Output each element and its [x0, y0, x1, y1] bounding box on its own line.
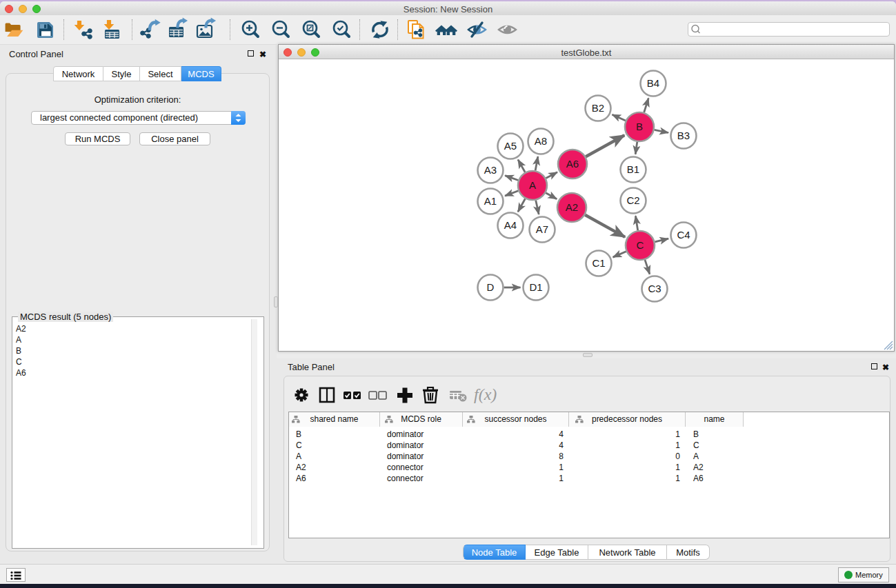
svg-text:D1: D1 — [529, 281, 542, 293]
svg-text:B: B — [636, 121, 643, 132]
svg-text:A: A — [529, 179, 536, 191]
svg-text:C2: C2 — [626, 194, 639, 206]
svg-text:B2: B2 — [592, 102, 604, 114]
svg-text:C4: C4 — [677, 229, 690, 241]
svg-text:C1: C1 — [592, 257, 605, 269]
svg-text:A1: A1 — [484, 195, 497, 207]
svg-text:B4: B4 — [647, 77, 659, 89]
svg-text:A6: A6 — [566, 158, 579, 170]
svg-text:A5: A5 — [504, 140, 517, 152]
svg-text:A3: A3 — [484, 164, 497, 176]
svg-text:A7: A7 — [536, 223, 548, 235]
svg-text:C: C — [637, 239, 644, 251]
svg-text:C3: C3 — [648, 283, 661, 294]
svg-text:B1: B1 — [627, 163, 639, 175]
svg-text:A8: A8 — [535, 135, 547, 147]
svg-text:B3: B3 — [677, 130, 690, 141]
svg-text:D: D — [487, 281, 495, 293]
svg-text:A4: A4 — [504, 219, 517, 231]
svg-text:f(x): f(x) — [474, 385, 497, 403]
svg-text:A2: A2 — [566, 201, 578, 213]
